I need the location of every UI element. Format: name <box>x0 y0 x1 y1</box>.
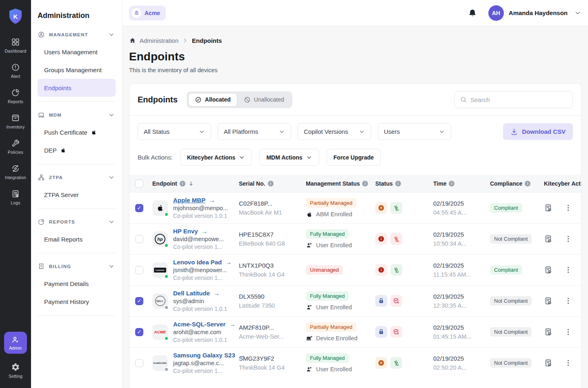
table-row: SAMSUNG Samsung Galaxy S23 → jagtap.s@ac… <box>129 347 581 378</box>
row-menu-kebab-icon[interactable] <box>564 359 572 367</box>
row-menu-kebab-icon[interactable] <box>564 204 572 212</box>
sidebar-item-users-management[interactable]: Users Management <box>38 43 116 61</box>
view-log-icon[interactable] <box>544 204 552 212</box>
device-user-email: david@menpowe... <box>173 236 224 242</box>
usb-ok-status-icon[interactable] <box>390 264 402 276</box>
open-device-arrow-icon[interactable]: → <box>209 197 215 204</box>
sidebar-item-push-certificate[interactable]: Push Certificate <box>38 123 116 141</box>
last-seen-time: 12:30:35 A... <box>433 302 487 309</box>
rail-item-setting[interactable]: Setting <box>9 363 22 379</box>
pause-status-icon[interactable] <box>375 202 387 214</box>
row-checkbox[interactable] <box>135 359 143 367</box>
view-log-icon[interactable] <box>544 266 552 274</box>
device-name-link[interactable]: Apple MBP <box>173 197 205 204</box>
info-icon: i <box>449 181 454 186</box>
view-log-icon[interactable] <box>544 328 552 336</box>
row-checkbox[interactable] <box>135 328 143 336</box>
last-seen-time: 04:55:45 A... <box>433 209 487 216</box>
download-csv-button[interactable]: Download CSV <box>503 123 573 140</box>
main-area: Acme AH Amanda Haydenson Administration … <box>122 0 588 388</box>
row-checkbox[interactable] <box>135 204 143 212</box>
tab-allocated[interactable]: Allocated <box>188 93 237 106</box>
rail-item-alert[interactable]: Alert <box>4 63 26 79</box>
rail-item-integration[interactable]: Integration <box>4 164 26 180</box>
device-name-link[interactable]: Samsung Galaxy S23 <box>173 352 235 359</box>
shield-x-status-icon[interactable] <box>390 295 402 307</box>
shield-x-status-icon[interactable] <box>390 326 402 338</box>
sidebar-item-groups-management[interactable]: Groups Management <box>38 61 116 79</box>
endpoints-table: EndpointiSerial No.iManagement StatusiSt… <box>129 175 581 378</box>
last-seen-time: 01:45:15 AM... <box>433 333 487 340</box>
breadcrumb-root[interactable]: Administration <box>140 37 178 44</box>
sidebar-item-payment-history[interactable]: Payment History <box>38 293 116 310</box>
sidebar-section-reports[interactable]: REPORTS <box>31 214 122 230</box>
info-status-icon[interactable] <box>375 233 387 245</box>
sidebar-item-endpoints[interactable]: Endpoints <box>38 79 116 97</box>
chevron-down-icon[interactable] <box>574 9 581 17</box>
row-checkbox[interactable] <box>135 235 143 243</box>
rail-item-policies[interactable]: Policies <box>4 139 26 155</box>
row-checkbox[interactable] <box>135 266 143 274</box>
view-log-icon[interactable] <box>544 359 552 367</box>
device-name-link[interactable]: Dell Latitude <box>173 290 210 297</box>
open-device-arrow-icon[interactable]: → <box>202 228 208 235</box>
enrollment-status: ABM Enrolled <box>306 211 352 218</box>
device-logo: DELL <box>152 293 168 309</box>
lock-status-icon[interactable] <box>375 326 387 338</box>
pause-status-icon[interactable] <box>375 357 387 369</box>
filter-all-status[interactable]: All Status <box>138 123 211 140</box>
device-user-email: sys@admin <box>173 298 227 304</box>
filter-all-platforms[interactable]: All Platforms <box>218 123 291 140</box>
avatar[interactable]: AH <box>488 5 504 21</box>
tab-unallocated[interactable]: Unallocated <box>237 93 291 106</box>
bulk-mdm-actions[interactable]: MDM Actions <box>259 149 319 166</box>
info-icon: i <box>268 181 274 186</box>
row-menu-kebab-icon[interactable] <box>564 297 572 305</box>
row-checkbox[interactable] <box>135 297 143 305</box>
row-menu-kebab-icon[interactable] <box>564 235 572 243</box>
view-log-icon[interactable] <box>544 297 552 305</box>
select-all-checkbox[interactable] <box>135 180 143 188</box>
copilot-version: Co-pilot version 1... <box>173 244 224 250</box>
device-name-link[interactable]: Lenovo Idea Pad <box>173 259 222 266</box>
sidebar-item-payment-details[interactable]: Payment Details <box>38 275 116 293</box>
usb-ok-status-icon[interactable] <box>390 202 402 214</box>
device-name-link[interactable]: Acme-SQL-Server <box>173 321 225 328</box>
info-status-icon[interactable] <box>375 264 387 276</box>
sidebar-section-management[interactable]: MANAGEMENT <box>31 27 122 43</box>
sidebar-section-billing[interactable]: BILLING <box>31 258 122 275</box>
user-plus-icon <box>306 304 313 311</box>
sidebar-section-mdm[interactable]: MDM <box>31 107 122 123</box>
open-device-arrow-icon[interactable]: → <box>225 259 232 266</box>
rail-item-logs[interactable]: Logs <box>4 189 26 205</box>
rail-item-inventory[interactable]: Inventory <box>4 113 26 129</box>
row-menu-kebab-icon[interactable] <box>564 266 572 274</box>
sidebar-item-dep[interactable]: DEP <box>38 141 116 159</box>
view-log-icon[interactable] <box>544 235 552 243</box>
lock-status-icon[interactable] <box>375 295 387 307</box>
rail-item-reports[interactable]: Reports <box>4 88 26 104</box>
sidebar-item-email-reports[interactable]: Email Reports <box>38 230 116 248</box>
rail-item-admin[interactable]: Admin <box>4 332 27 354</box>
row-menu-kebab-icon[interactable] <box>564 328 572 336</box>
home-icon[interactable] <box>129 37 136 44</box>
filter-users[interactable]: Users <box>378 123 451 140</box>
notifications-bell-icon[interactable] <box>468 9 477 18</box>
sort-down-icon[interactable] <box>188 180 194 187</box>
bulk-kitecyber-actions[interactable]: Kitecyber Actions <box>180 149 252 166</box>
device-name-link[interactable]: HP Envy <box>173 228 198 235</box>
brand-logo-icon[interactable]: K <box>7 8 24 25</box>
bulk-force-upgrade[interactable]: Force Upgrade <box>327 149 381 166</box>
org-switcher[interactable]: Acme <box>129 6 166 20</box>
device-user-email: jagtap.s@acme.c... <box>173 360 236 366</box>
sidebar-section-ztpa[interactable]: ZTPA <box>31 169 122 186</box>
sidebar-item-ztpa-server[interactable]: ZTPA Server <box>38 186 116 204</box>
search-input[interactable] <box>470 96 568 103</box>
usb-ok-status-icon[interactable] <box>390 357 402 369</box>
usb-x-status-icon[interactable] <box>390 233 402 245</box>
rail-item-dashboard[interactable]: Dashboard <box>4 38 26 53</box>
open-device-arrow-icon[interactable]: → <box>229 321 235 328</box>
open-device-arrow-icon[interactable]: → <box>214 290 220 297</box>
status-icons <box>375 233 433 245</box>
filter-copilot-versions[interactable]: Copilot Versions <box>298 123 371 140</box>
